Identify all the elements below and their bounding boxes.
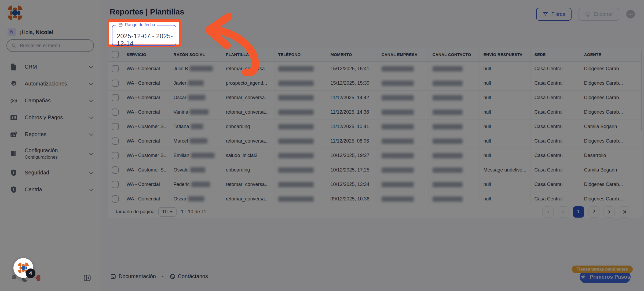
tutorial-dim-overlay: [0, 0, 644, 291]
date-range-value: 2025-12-07 - 2025-12-14: [117, 32, 173, 47]
date-range-highlight: Rango de fecha 2025-12-07 - 2025-12-14: [107, 19, 181, 47]
notification-badge: 4: [26, 268, 35, 278]
date-range-label: Rango de fecha: [116, 23, 157, 27]
date-range-field[interactable]: Rango de fecha 2025-12-07 - 2025-12-14: [112, 25, 176, 46]
calendar-icon: [118, 23, 123, 27]
